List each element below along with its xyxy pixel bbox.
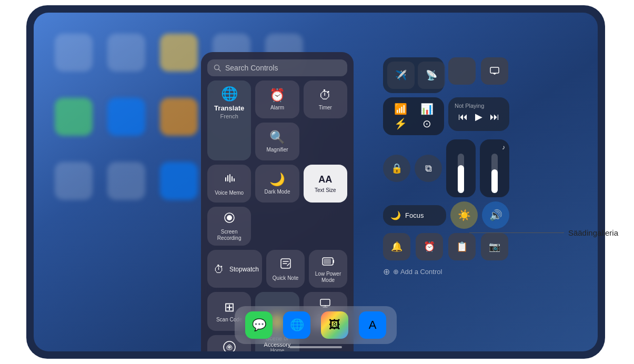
search-placeholder: Search Controls: [225, 64, 278, 72]
svg-line-3: [219, 69, 221, 72]
focus-button[interactable]: 🌙 Focus: [383, 205, 446, 226]
screen-recording-label: Screen Recording: [210, 229, 248, 241]
search-bar[interactable]: Search Controls: [207, 59, 347, 76]
ipad-screen: ✈️ 📡 📶 📊: [34, 13, 598, 351]
quick-note-item[interactable]: Quick Note: [266, 250, 305, 288]
svg-rect-7: [232, 176, 233, 181]
now-playing-controls: ⏮ ▶ ⏭: [455, 111, 503, 123]
airdrop-button[interactable]: 📡: [418, 62, 445, 89]
svg-rect-14: [333, 260, 334, 263]
volume-fill: [491, 169, 498, 193]
svg-point-10: [227, 215, 232, 220]
callout-line: [469, 232, 564, 233]
screen-mirror-button[interactable]: ⧉: [415, 155, 442, 182]
alarm-item[interactable]: ⏰ Alarm: [255, 80, 299, 118]
dark-mode-item[interactable]: 🌙 Dark Mode: [255, 165, 299, 203]
svg-rect-0: [490, 67, 499, 73]
now-playing-label: Not Playing: [455, 103, 503, 109]
recognize-music-icon: [223, 340, 236, 351]
translate-item[interactable]: 🌐 Translate French: [207, 80, 251, 160]
wifi-button[interactable]: 📶: [388, 103, 412, 115]
dock-messages[interactable]: 💬: [245, 311, 273, 339]
dark-mode-icon: 🌙: [269, 173, 285, 186]
dock-safari[interactable]: 🌐: [283, 311, 310, 339]
alarm-label: Alarm: [270, 105, 284, 111]
brightness-slider[interactable]: [446, 139, 476, 197]
voice-memo-icon: [223, 172, 236, 187]
add-control-label: ⊕ Add a Control: [393, 268, 442, 276]
wifi-nowplaying-row: 📶 📊 ⚡ ⊙ Not Playing ⏮ ▶ ⏭: [383, 97, 509, 135]
focus-dots-button[interactable]: ⊙: [415, 117, 439, 130]
focus-row: 🌙 Focus ☀️ 🔊: [383, 201, 509, 229]
airplay-button[interactable]: [481, 57, 508, 85]
row-1: 🌐 Translate French ⏰ Alarm ⏱ Timer 🔍: [207, 80, 347, 160]
search-icon: [214, 64, 221, 72]
low-power-item[interactable]: Low Power Mode: [309, 250, 347, 288]
dock: 💬 🌐 🖼 A: [235, 306, 397, 344]
svg-rect-15: [320, 299, 330, 306]
brightness-fill: [458, 165, 464, 193]
svg-rect-5: [227, 175, 228, 181]
low-power-label: Low Power Mode: [312, 271, 344, 284]
timer-icon: ⏱: [319, 89, 331, 102]
svg-rect-6: [229, 174, 230, 183]
voice-memo-label: Voice Memo: [215, 190, 244, 196]
svg-rect-8: [234, 178, 235, 181]
now-playing-widget: Not Playing ⏮ ▶ ⏭: [448, 97, 509, 131]
dock-appstore[interactable]: A: [359, 311, 386, 339]
control-center-panel: ✈️ 📡 📶 📊: [383, 57, 509, 277]
magnifier-label: Magnifier: [266, 147, 288, 153]
translate-label: Translate: [214, 104, 244, 112]
bluetooth-button[interactable]: ⚡: [388, 117, 412, 130]
text-size-label: Text Size: [315, 187, 336, 194]
stopwatch-label: Stopwatch: [229, 266, 259, 273]
wifi-cluster: 📶 📊 ⚡ ⊙: [383, 97, 444, 135]
lock-rotation-button[interactable]: 🔒: [383, 155, 410, 182]
airplane-airdrop-group: ✈️ 📡: [383, 57, 444, 93]
prev-button[interactable]: ⏮: [458, 112, 468, 123]
magnifier-icon: 🔍: [269, 131, 285, 144]
svg-rect-4: [225, 177, 226, 181]
callout-container: Säädingalleria: [469, 228, 618, 237]
translate-sublabel: French: [220, 113, 238, 119]
page-wrapper: ✈️ 📡 📶 📊: [0, 0, 634, 364]
cc-top-row: ✈️ 📡: [383, 57, 509, 93]
magnifier-item[interactable]: 🔍 Magnifier: [255, 123, 299, 160]
scene-accessory-sublabel: Home: [270, 348, 285, 351]
add-control-row[interactable]: ⊕ ⊕ Add a Control: [383, 267, 509, 277]
mute-button[interactable]: 🔔: [383, 233, 410, 260]
translate-icon: 🌐: [221, 86, 238, 102]
empty-button-1: [448, 57, 476, 85]
brightness-icon-button[interactable]: ☀️: [450, 201, 478, 229]
dark-mode-label: Dark Mode: [265, 189, 290, 195]
svg-rect-13: [324, 259, 331, 264]
voice-memo-item[interactable]: Voice Memo: [207, 165, 251, 203]
volume-slider[interactable]: ♪: [480, 139, 509, 197]
focus-label: Focus: [405, 211, 424, 219]
play-button[interactable]: ▶: [475, 111, 482, 123]
scan-code-icon: ⊞: [224, 301, 235, 314]
timer-item[interactable]: ⏱ Timer: [304, 80, 347, 118]
cellular-button[interactable]: 📊: [415, 103, 439, 115]
stopwatch-item[interactable]: ⏱ Stopwatch: [207, 250, 262, 288]
home-bar: [289, 346, 342, 348]
ipad-frame: ✈️ 📡 📶 📊: [26, 5, 605, 359]
timer-label: Timer: [319, 105, 332, 111]
cc-mid-row: 🔒 ⧉ ♪: [383, 139, 509, 197]
screen-recording-item[interactable]: Screen Recording: [207, 207, 251, 246]
dock-photos[interactable]: 🖼: [321, 311, 348, 339]
airplane-mode-button[interactable]: ✈️: [387, 62, 415, 89]
svg-marker-1: [492, 73, 497, 75]
text-size-item[interactable]: AA Text Size: [304, 165, 347, 203]
stopwatch-icon: ⏱: [214, 264, 224, 276]
text-size-icon: AA: [318, 175, 332, 184]
quick-note-label: Quick Note: [273, 275, 298, 281]
low-power-icon: [322, 255, 335, 268]
next-button[interactable]: ⏭: [490, 112, 499, 123]
screentime-button[interactable]: ⏰: [416, 233, 443, 260]
callout-label: Säädingalleria: [568, 228, 618, 237]
volume-icon-button[interactable]: 🔊: [482, 201, 509, 229]
alarm-icon: ⏰: [269, 89, 285, 102]
quick-note-icon: [279, 257, 292, 272]
screen-recording-icon: [224, 212, 235, 226]
